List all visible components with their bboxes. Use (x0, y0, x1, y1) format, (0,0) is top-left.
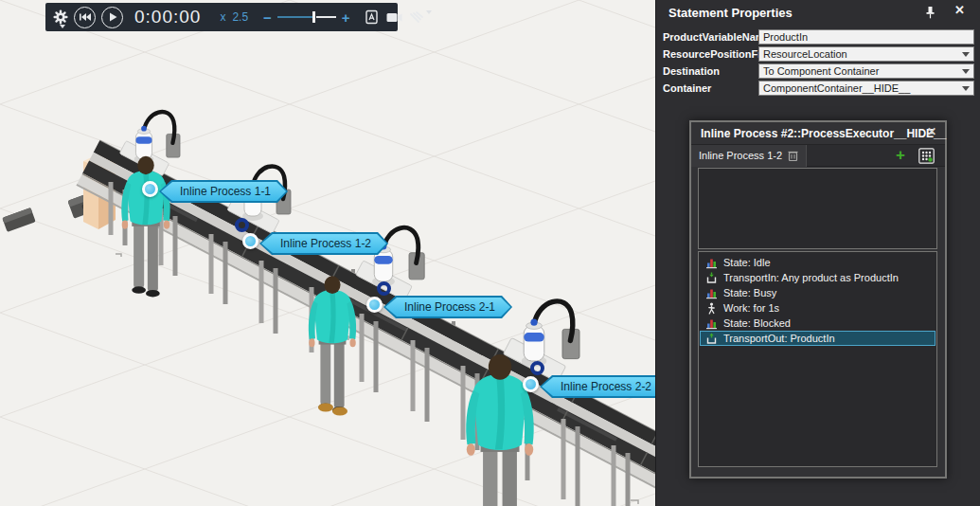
product-variable-name-input[interactable]: ProductIn (758, 29, 974, 45)
statement-row-state-idle[interactable]: State: Idle (700, 255, 935, 270)
callout-text: Inline Process 2-1 (383, 296, 512, 318)
slider-track-filled (277, 16, 313, 18)
grid-icon (918, 148, 935, 164)
frame-ring (235, 218, 249, 232)
process-editor-panel: Inline Process #2::ProcessExecutor__HIDE… (689, 120, 947, 479)
statement-text: TransportOut: ProductIn (723, 333, 835, 344)
chevron-down-icon (60, 25, 65, 28)
process-marker[interactable] (366, 297, 383, 313)
statement-properties-panel: Statement Properties ✕ ProductVariableNa… (655, 0, 980, 506)
process-label-1-2[interactable]: Inline Process 1-2 (259, 232, 388, 255)
process-panel-title: Inline Process #2::ProcessExecutor__HIDE… (701, 127, 946, 140)
process-panel-content: State: Idle TransportIn: Any product as … (698, 168, 937, 467)
statement-row-state-blocked[interactable]: State: Blocked (700, 316, 935, 331)
add-statement-button[interactable]: + (896, 147, 905, 164)
container-dropdown[interactable]: ComponentContainer__HIDE__ (758, 81, 974, 96)
process-marker[interactable] (242, 233, 258, 249)
simulation-toolbar: 0:00:00 x 2.5 − + (45, 3, 398, 31)
signal-icon (410, 11, 424, 24)
process-marker[interactable] (523, 376, 539, 392)
statement-drop-area[interactable] (698, 168, 937, 249)
speed-increase-button[interactable]: + (342, 9, 350, 26)
pin-button[interactable] (922, 5, 937, 20)
chevron-down-icon (962, 52, 970, 57)
property-row: Container ComponentContainer__HIDE__ (656, 81, 980, 96)
reset-simulation-button[interactable] (74, 7, 96, 28)
statement-list: State: Idle TransportIn: Any product as … (698, 251, 937, 467)
property-row: ResourcePositionFrame ResourceLocation (656, 46, 980, 62)
statement-row-transport-in[interactable]: TransportIn: Any product as ProductIn (700, 270, 935, 285)
callout-text: Inline Process 2-2 (540, 375, 655, 398)
chevron-down-icon (962, 69, 970, 74)
play-icon (107, 11, 118, 23)
field-label: Destination (663, 65, 720, 77)
process-marker[interactable] (142, 181, 158, 197)
speed-slider[interactable] (277, 10, 336, 24)
gear-icon (53, 9, 68, 25)
speed-x: x (220, 10, 225, 24)
statement-text: TransportIn: Any product as ProductIn (723, 272, 899, 283)
play-button[interactable] (101, 7, 123, 28)
speed-indicator[interactable]: x 2.5 (220, 10, 248, 24)
simulation-time: 0:00:00 (134, 7, 201, 27)
statement-text: State: Blocked (723, 317, 791, 329)
chevron-down-icon (962, 86, 970, 91)
chevron-down-icon (426, 10, 432, 14)
trash-icon[interactable] (788, 150, 798, 161)
process-label-2-1[interactable]: Inline Process 2-1 (383, 296, 512, 318)
callout-text: Inline Process 1-2 (259, 232, 388, 255)
field-value: ComponentContainer__HIDE__ (763, 82, 910, 94)
slider-handle[interactable] (312, 11, 315, 23)
speed-value: 2.5 (232, 10, 248, 24)
state-chart-icon (705, 317, 718, 330)
video-camera-icon (386, 11, 402, 24)
panel-titlebar: Statement Properties ✕ (656, 0, 980, 25)
process-tab-row: Inline Process 1-2 + (691, 145, 945, 167)
field-value: ResourceLocation (763, 48, 847, 60)
resource-position-frame-dropdown[interactable]: ResourceLocation (758, 46, 974, 62)
transport-in-icon (705, 272, 718, 284)
tab-label: Inline Process 1-2 (699, 150, 782, 161)
field-label: ProductVariableName (663, 31, 771, 43)
statement-text: State: Busy (723, 287, 776, 298)
statement-row-state-busy[interactable]: State: Busy (700, 285, 935, 300)
process-label-1-1[interactable]: Inline Process 1-1 (159, 180, 288, 203)
field-label: Container (663, 82, 711, 94)
destination-dropdown[interactable]: To Component Container (758, 63, 974, 79)
callout-text: Inline Process 1-1 (159, 180, 288, 203)
work-person-icon (705, 302, 718, 315)
process-panel-titlebar[interactable]: Inline Process #2::ProcessExecutor__HIDE… (691, 122, 945, 145)
slider-track-empty (316, 16, 336, 18)
property-row: Destination To Component Container (656, 63, 980, 79)
statement-wizard-button[interactable] (918, 148, 935, 164)
state-chart-icon (705, 257, 718, 269)
field-value: ProductIn (763, 31, 808, 43)
close-panel-button[interactable]: ✕ (954, 3, 965, 17)
frame-ring (530, 361, 544, 375)
state-chart-icon (705, 287, 718, 299)
process-label-2-2[interactable]: Inline Process 2-2 (540, 375, 655, 398)
close-process-panel-button[interactable]: ✕ (927, 125, 936, 138)
rewind-icon (79, 11, 92, 23)
settings-button[interactable] (53, 5, 68, 29)
statement-text: Work: for 1s (723, 302, 779, 314)
property-row: ProductVariableName ProductIn (656, 29, 980, 45)
speed-decrease-button[interactable]: − (263, 9, 272, 26)
panel-title: Statement Properties (668, 6, 793, 20)
frame-ring (377, 281, 391, 296)
pdf-document-icon (365, 9, 379, 25)
record-video-button[interactable] (386, 9, 403, 26)
warmup-signal-button[interactable] (409, 9, 426, 26)
pin-icon (924, 6, 936, 19)
statement-row-transport-out[interactable]: TransportOut: ProductIn (700, 331, 935, 346)
tab-inline-process-1-2[interactable]: Inline Process 1-2 (691, 145, 807, 167)
3d-viewport[interactable]: Inline Process 1-1 Inline Process 1-2 In… (0, 0, 655, 506)
field-value: To Component Container (763, 65, 879, 77)
statement-row-work[interactable]: Work: for 1s (700, 300, 935, 316)
statement-text: State: Idle (723, 257, 771, 268)
export-pdf-button[interactable] (364, 9, 381, 26)
transport-out-icon (705, 333, 718, 345)
